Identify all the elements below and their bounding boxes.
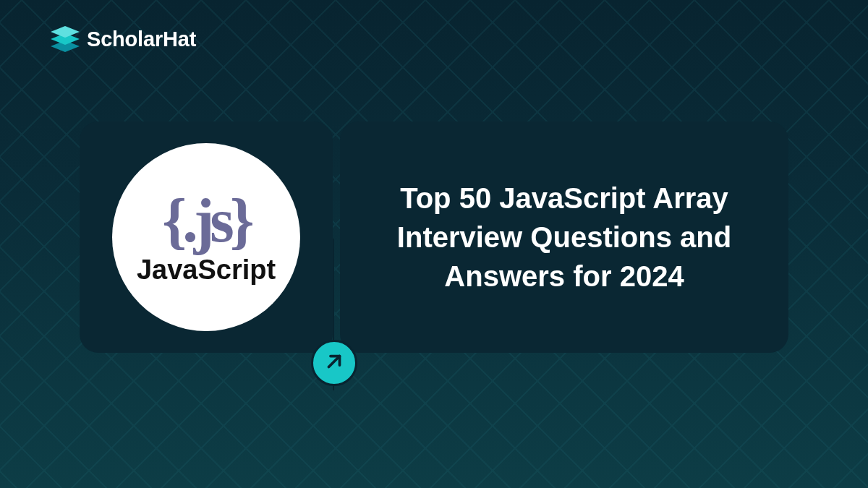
js-logo-card: {.js} JavaScript — [80, 121, 333, 353]
svg-line-3 — [329, 356, 340, 367]
scholarhat-logo-icon — [51, 26, 80, 52]
card-row: {.js} JavaScript Top 50 JavaScript Array… — [80, 121, 788, 353]
title-card: Top 50 JavaScript Array Interview Questi… — [340, 121, 788, 353]
brand-logo: ScholarHat — [51, 26, 196, 52]
js-braces-symbol: {.js} — [162, 189, 250, 252]
js-logo-circle: {.js} JavaScript — [112, 143, 300, 331]
svg-marker-2 — [51, 26, 80, 38]
page-title: Top 50 JavaScript Array Interview Questi… — [376, 179, 752, 296]
brand-name: ScholarHat — [87, 27, 196, 51]
arrow-button[interactable] — [311, 340, 357, 386]
js-label: JavaScript — [137, 254, 276, 286]
arrow-up-right-icon — [323, 351, 345, 375]
